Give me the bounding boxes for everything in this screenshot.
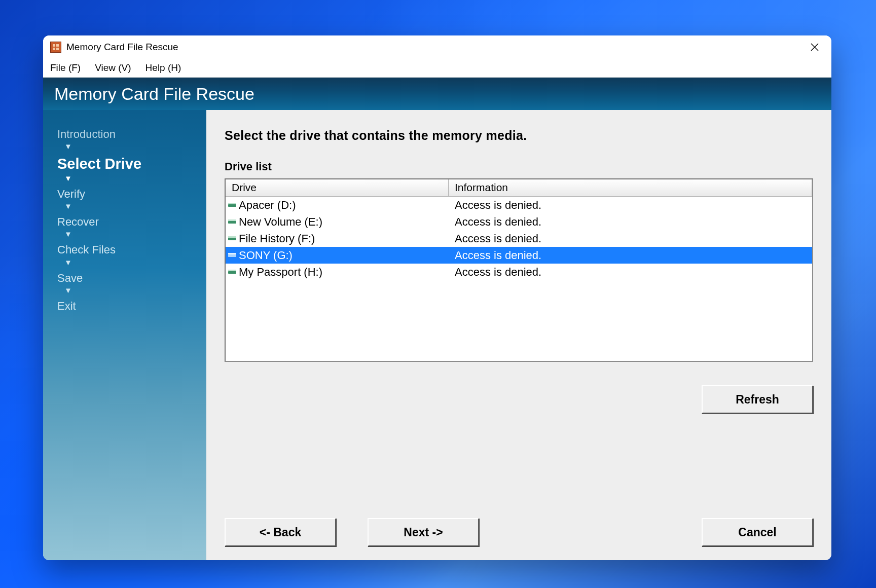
banner-title: Memory Card File Rescue (54, 84, 254, 104)
svg-rect-12 (228, 238, 236, 240)
desktop-wallpaper: Memory Card File Rescue File (F) View (V… (0, 0, 876, 588)
svg-rect-13 (228, 236, 236, 238)
drive-name: File History (F:) (239, 232, 449, 245)
column-drive[interactable]: Drive (226, 179, 449, 197)
drive-icon (226, 203, 239, 208)
svg-rect-11 (228, 219, 236, 221)
svg-rect-10 (228, 221, 236, 224)
drive-info: Access is denied. (449, 232, 812, 245)
step-introduction: Introduction (57, 128, 206, 140)
drive-row[interactable]: File History (F:)Access is denied. (226, 230, 812, 247)
drive-info: Access is denied. (449, 249, 812, 262)
column-information[interactable]: Information (449, 179, 812, 197)
drive-info: Access is denied. (449, 215, 812, 229)
drive-icon (226, 270, 239, 275)
svg-rect-8 (228, 204, 236, 207)
step-recover: Recover (57, 216, 206, 228)
drive-name: Apacer (D:) (239, 199, 449, 212)
drive-list-header: Drive Information (226, 179, 812, 197)
svg-rect-4 (53, 48, 55, 50)
page-heading: Select the drive that contains the memor… (225, 128, 813, 143)
drive-row[interactable]: SONY (G:)Access is denied. (226, 247, 812, 264)
drive-icon (226, 219, 239, 225)
main-panel: Select the drive that contains the memor… (206, 110, 831, 560)
titlebar[interactable]: Memory Card File Rescue (43, 35, 831, 59)
drive-name: My Passport (H:) (239, 266, 449, 279)
menubar: File (F) View (V) Help (H) (43, 59, 831, 78)
window-title: Memory Card File Rescue (66, 42, 178, 53)
svg-rect-16 (228, 271, 236, 274)
svg-rect-17 (228, 270, 236, 271)
drive-row[interactable]: Apacer (D:)Access is denied. (226, 197, 812, 213)
svg-rect-2 (53, 44, 55, 47)
chevron-down-icon: ▼ (64, 202, 206, 210)
app-icon (50, 42, 61, 53)
step-check-files: Check Files (57, 244, 206, 256)
next-button[interactable]: Next -> (368, 518, 479, 546)
menu-file[interactable]: File (F) (50, 62, 81, 74)
close-button[interactable] (800, 35, 829, 59)
svg-rect-15 (228, 253, 236, 254)
refresh-button[interactable]: Refresh (702, 385, 813, 414)
chevron-down-icon: ▼ (64, 230, 206, 238)
drive-name: New Volume (E:) (239, 215, 449, 229)
drive-icon (226, 236, 239, 241)
svg-rect-5 (56, 48, 59, 50)
drive-info: Access is denied. (449, 266, 812, 279)
chevron-down-icon: ▼ (64, 142, 206, 150)
step-exit: Exit (57, 300, 206, 312)
drive-list[interactable]: Drive Information Apacer (D:)Access is d… (225, 178, 813, 362)
chevron-down-icon: ▼ (64, 174, 206, 182)
drive-row[interactable]: New Volume (E:)Access is denied. (226, 213, 812, 230)
drive-icon (226, 253, 239, 258)
svg-rect-1 (51, 42, 61, 52)
wizard-sidebar: Introduction ▼ Select Drive ▼ Verify ▼ R… (43, 110, 206, 560)
drive-row[interactable]: My Passport (H:)Access is denied. (226, 264, 812, 280)
svg-rect-3 (56, 44, 59, 47)
svg-rect-9 (228, 203, 236, 204)
chevron-down-icon: ▼ (64, 286, 206, 294)
drive-info: Access is denied. (449, 199, 812, 212)
drive-list-label: Drive list (225, 160, 813, 173)
chevron-down-icon: ▼ (64, 259, 206, 266)
menu-view[interactable]: View (V) (95, 62, 131, 74)
step-select-drive: Select Drive (57, 156, 206, 172)
close-icon (811, 43, 819, 51)
drive-name: SONY (G:) (239, 249, 449, 262)
menu-help[interactable]: Help (H) (145, 62, 181, 74)
svg-rect-14 (228, 254, 236, 257)
step-save: Save (57, 272, 206, 284)
back-button[interactable]: <- Back (225, 518, 336, 546)
banner: Memory Card File Rescue (43, 78, 831, 110)
step-verify: Verify (57, 188, 206, 200)
app-window: Memory Card File Rescue File (F) View (V… (43, 35, 831, 560)
cancel-button[interactable]: Cancel (702, 518, 813, 546)
